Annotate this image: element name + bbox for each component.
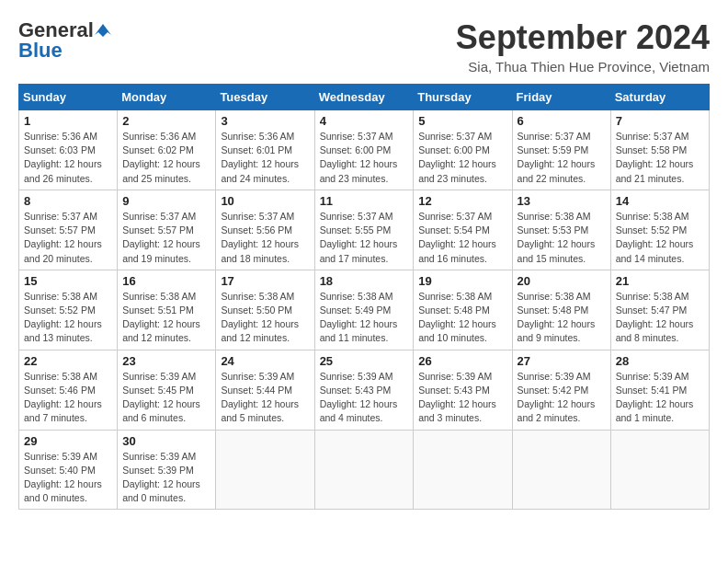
calendar-cell: [414, 430, 512, 510]
day-number: 26: [418, 354, 506, 368]
day-number: 10: [221, 194, 309, 208]
svg-marker-0: [95, 24, 111, 37]
day-number: 6: [518, 114, 606, 128]
calendar-cell: 19Sunrise: 5:38 AM Sunset: 5:48 PM Dayli…: [414, 270, 512, 350]
day-info: Sunrise: 5:39 AM Sunset: 5:44 PM Dayligh…: [221, 370, 309, 426]
day-number: 3: [221, 114, 309, 128]
calendar-week-5: 29Sunrise: 5:39 AM Sunset: 5:40 PM Dayli…: [19, 430, 710, 510]
calendar-cell: 12Sunrise: 5:37 AM Sunset: 5:54 PM Dayli…: [414, 190, 512, 270]
calendar-cell: 10Sunrise: 5:37 AM Sunset: 5:56 PM Dayli…: [216, 190, 314, 270]
day-info: Sunrise: 5:37 AM Sunset: 6:00 PM Dayligh…: [418, 130, 506, 186]
month-title: September 2024: [456, 18, 710, 57]
col-header-monday: Monday: [118, 85, 216, 110]
day-info: Sunrise: 5:38 AM Sunset: 5:53 PM Dayligh…: [518, 210, 606, 266]
day-info: Sunrise: 5:37 AM Sunset: 5:57 PM Dayligh…: [24, 210, 112, 266]
calendar-cell: 14Sunrise: 5:38 AM Sunset: 5:52 PM Dayli…: [610, 190, 709, 270]
col-header-tuesday: Tuesday: [216, 85, 314, 110]
calendar-cell: 30Sunrise: 5:39 AM Sunset: 5:39 PM Dayli…: [118, 430, 216, 510]
day-number: 4: [320, 114, 409, 128]
title-section: September 2024 Sia, Thua Thien Hue Provi…: [456, 18, 710, 75]
day-info: Sunrise: 5:37 AM Sunset: 5:56 PM Dayligh…: [221, 210, 309, 266]
calendar-cell: 23Sunrise: 5:39 AM Sunset: 5:45 PM Dayli…: [118, 350, 216, 430]
day-number: 14: [616, 194, 704, 208]
day-info: Sunrise: 5:37 AM Sunset: 5:55 PM Dayligh…: [320, 210, 409, 266]
calendar-week-2: 8Sunrise: 5:37 AM Sunset: 5:57 PM Daylig…: [19, 190, 710, 270]
calendar-cell: 13Sunrise: 5:38 AM Sunset: 5:53 PM Dayli…: [512, 190, 610, 270]
day-number: 29: [24, 434, 112, 448]
calendar-cell: 28Sunrise: 5:39 AM Sunset: 5:41 PM Dayli…: [610, 350, 709, 430]
col-header-wednesday: Wednesday: [314, 85, 414, 110]
day-number: 7: [616, 114, 704, 128]
day-number: 28: [616, 354, 704, 368]
day-info: Sunrise: 5:38 AM Sunset: 5:51 PM Dayligh…: [122, 290, 210, 346]
day-number: 5: [418, 114, 506, 128]
col-header-friday: Friday: [512, 85, 610, 110]
calendar-week-1: 1Sunrise: 5:36 AM Sunset: 6:03 PM Daylig…: [19, 110, 710, 190]
calendar-cell: 16Sunrise: 5:38 AM Sunset: 5:51 PM Dayli…: [118, 270, 216, 350]
calendar-cell: 22Sunrise: 5:38 AM Sunset: 5:46 PM Dayli…: [19, 350, 118, 430]
calendar-cell: 18Sunrise: 5:38 AM Sunset: 5:49 PM Dayli…: [314, 270, 414, 350]
logo-bird-icon: [95, 22, 111, 39]
calendar-cell: 1Sunrise: 5:36 AM Sunset: 6:03 PM Daylig…: [19, 110, 118, 190]
calendar-week-4: 22Sunrise: 5:38 AM Sunset: 5:46 PM Dayli…: [19, 350, 710, 430]
calendar-cell: 3Sunrise: 5:36 AM Sunset: 6:01 PM Daylig…: [216, 110, 314, 190]
calendar-cell: 4Sunrise: 5:37 AM Sunset: 6:00 PM Daylig…: [314, 110, 414, 190]
col-header-saturday: Saturday: [610, 85, 709, 110]
day-number: 21: [616, 274, 704, 288]
day-number: 22: [24, 354, 112, 368]
calendar-cell: [216, 430, 314, 510]
calendar-cell: 26Sunrise: 5:39 AM Sunset: 5:43 PM Dayli…: [414, 350, 512, 430]
day-info: Sunrise: 5:36 AM Sunset: 6:01 PM Dayligh…: [221, 130, 309, 186]
day-info: Sunrise: 5:37 AM Sunset: 5:54 PM Dayligh…: [418, 210, 506, 266]
day-number: 20: [518, 274, 606, 288]
day-number: 30: [122, 434, 210, 448]
day-info: Sunrise: 5:37 AM Sunset: 6:00 PM Dayligh…: [320, 130, 409, 186]
day-number: 23: [122, 354, 210, 368]
day-info: Sunrise: 5:39 AM Sunset: 5:42 PM Dayligh…: [518, 370, 606, 426]
calendar-week-3: 15Sunrise: 5:38 AM Sunset: 5:52 PM Dayli…: [19, 270, 710, 350]
day-number: 13: [518, 194, 606, 208]
calendar-cell: 11Sunrise: 5:37 AM Sunset: 5:55 PM Dayli…: [314, 190, 414, 270]
day-number: 24: [221, 354, 309, 368]
day-number: 8: [24, 194, 112, 208]
calendar-cell: 5Sunrise: 5:37 AM Sunset: 6:00 PM Daylig…: [414, 110, 512, 190]
logo: General Blue: [18, 18, 112, 63]
day-info: Sunrise: 5:38 AM Sunset: 5:47 PM Dayligh…: [616, 290, 704, 346]
day-number: 15: [24, 274, 112, 288]
day-info: Sunrise: 5:39 AM Sunset: 5:39 PM Dayligh…: [122, 450, 210, 506]
calendar-cell: [512, 430, 610, 510]
calendar-cell: 27Sunrise: 5:39 AM Sunset: 5:42 PM Dayli…: [512, 350, 610, 430]
calendar-cell: 8Sunrise: 5:37 AM Sunset: 5:57 PM Daylig…: [19, 190, 118, 270]
calendar-cell: 24Sunrise: 5:39 AM Sunset: 5:44 PM Dayli…: [216, 350, 314, 430]
day-number: 2: [122, 114, 210, 128]
day-info: Sunrise: 5:37 AM Sunset: 5:58 PM Dayligh…: [616, 130, 704, 186]
day-number: 16: [122, 274, 210, 288]
calendar-cell: 20Sunrise: 5:38 AM Sunset: 5:48 PM Dayli…: [512, 270, 610, 350]
day-info: Sunrise: 5:39 AM Sunset: 5:43 PM Dayligh…: [418, 370, 506, 426]
calendar-header-row: SundayMondayTuesdayWednesdayThursdayFrid…: [19, 85, 710, 110]
day-info: Sunrise: 5:38 AM Sunset: 5:52 PM Dayligh…: [616, 210, 704, 266]
day-number: 27: [518, 354, 606, 368]
day-info: Sunrise: 5:38 AM Sunset: 5:46 PM Dayligh…: [24, 370, 112, 426]
col-header-thursday: Thursday: [414, 85, 512, 110]
calendar-cell: 29Sunrise: 5:39 AM Sunset: 5:40 PM Dayli…: [19, 430, 118, 510]
col-header-sunday: Sunday: [19, 85, 118, 110]
calendar-cell: 15Sunrise: 5:38 AM Sunset: 5:52 PM Dayli…: [19, 270, 118, 350]
calendar-cell: [610, 430, 709, 510]
calendar-cell: 2Sunrise: 5:36 AM Sunset: 6:02 PM Daylig…: [118, 110, 216, 190]
logo-blue: Blue: [18, 39, 63, 63]
page-header: General Blue September 2024 Sia, Thua Th…: [18, 18, 710, 75]
day-info: Sunrise: 5:38 AM Sunset: 5:48 PM Dayligh…: [418, 290, 506, 346]
day-number: 17: [221, 274, 309, 288]
day-number: 9: [122, 194, 210, 208]
day-info: Sunrise: 5:38 AM Sunset: 5:50 PM Dayligh…: [221, 290, 309, 346]
day-number: 11: [320, 194, 409, 208]
day-number: 12: [418, 194, 506, 208]
day-info: Sunrise: 5:39 AM Sunset: 5:40 PM Dayligh…: [24, 450, 112, 506]
day-info: Sunrise: 5:36 AM Sunset: 6:02 PM Dayligh…: [122, 130, 210, 186]
day-info: Sunrise: 5:39 AM Sunset: 5:41 PM Dayligh…: [616, 370, 704, 426]
calendar-cell: 6Sunrise: 5:37 AM Sunset: 5:59 PM Daylig…: [512, 110, 610, 190]
day-number: 1: [24, 114, 112, 128]
calendar-table: SundayMondayTuesdayWednesdayThursdayFrid…: [18, 84, 710, 510]
day-info: Sunrise: 5:37 AM Sunset: 5:57 PM Dayligh…: [122, 210, 210, 266]
